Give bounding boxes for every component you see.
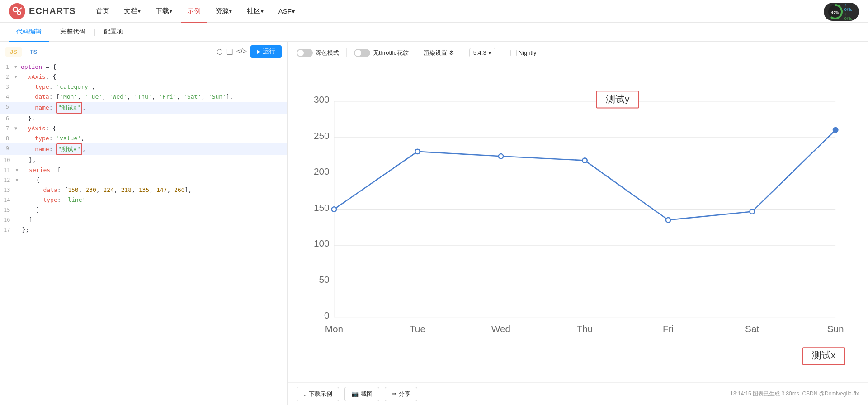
- svg-text:Sat: Sat: [745, 324, 759, 334]
- main-content: JS TS ⬡ ❑ </> ▶ 运行 1 ▼ option = {: [0, 42, 868, 405]
- dark-mode-label: 深色模式: [316, 49, 339, 57]
- top-nav: ECHARTS 首页 文档▾ 下载▾ 示例 资源▾ 社区▾ ASF▾ EN 60…: [0, 0, 868, 23]
- echarts-logo-icon: [9, 3, 25, 19]
- svg-text:250: 250: [314, 130, 330, 141]
- svg-text:300: 300: [314, 94, 330, 105]
- svg-text:Mon: Mon: [325, 324, 343, 334]
- dark-mode-toggle-group: 深色模式: [297, 49, 339, 57]
- chart-toolbar: 深色模式 无throttle花纹 渲染设置 ⚙ 5.4.3 ▾: [288, 42, 868, 64]
- run-button[interactable]: ▶ 运行: [250, 45, 282, 58]
- code-line-2: 2 ▼ xAxis: {: [0, 72, 287, 82]
- svg-text:Thu: Thu: [577, 324, 593, 334]
- chevron-down-icon: ▾: [488, 49, 491, 56]
- svg-text:Tue: Tue: [410, 324, 425, 334]
- toggle-knob: [297, 50, 304, 56]
- chart-point-sat: [750, 209, 754, 214]
- share-button[interactable]: ⇒ 分享: [385, 387, 417, 401]
- box-icon[interactable]: ❑: [226, 48, 233, 56]
- throttle-toggle[interactable]: [354, 49, 370, 57]
- cube-icon[interactable]: ⬡: [217, 48, 223, 56]
- svg-text:50: 50: [319, 274, 330, 285]
- screenshot-button[interactable]: 📷 截图: [344, 387, 379, 401]
- code-line-10: 10 },: [0, 155, 287, 165]
- toolbar-sep-1: [346, 48, 347, 57]
- code-line-9: 9 name: "测试y",: [0, 143, 287, 155]
- code-line-13: 13 data: [150, 230, 224, 218, 135, 147, …: [0, 185, 287, 195]
- tab-code-editor[interactable]: 代码编辑: [9, 23, 49, 42]
- speed-indicator: 60% ↑ 0Kls ↓ 0Kls: [824, 3, 859, 21]
- speed-values: ↑ 0Kls ↓ 0Kls: [844, 3, 855, 21]
- throttle-toggle-group: 无throttle花纹: [354, 49, 409, 57]
- camera-icon: 📷: [351, 391, 359, 397]
- gear-icon: ⚙: [449, 49, 454, 56]
- svg-text:150: 150: [314, 202, 330, 213]
- nav-examples[interactable]: 示例: [181, 0, 207, 23]
- editor-panel: JS TS ⬡ ❑ </> ▶ 运行 1 ▼ option = {: [0, 42, 288, 405]
- download-icon: ↓: [303, 391, 307, 397]
- chart-bottom: ↓ 下载示例 📷 截图 ⇒ 分享 13:14:15 图表已生成 3.80ms C…: [288, 382, 868, 405]
- nav-docs[interactable]: 文档▾: [118, 0, 147, 23]
- chart-line: [334, 130, 835, 220]
- tab-full-code[interactable]: 完整代码: [53, 23, 93, 42]
- svg-text:60%: 60%: [831, 10, 839, 14]
- svg-text:0: 0: [324, 310, 330, 320]
- render-settings[interactable]: 渲染设置 ⚙: [424, 49, 454, 57]
- x-axis-title: 测试x: [812, 350, 836, 360]
- chart-point-thu: [582, 158, 587, 162]
- chart-point-tue: [415, 149, 420, 154]
- download-button[interactable]: ↓ 下载示例: [297, 387, 339, 401]
- speed-gauge-icon: 60%: [827, 4, 843, 19]
- code-line-7: 7 ▼ yAxis: {: [0, 124, 287, 133]
- version-select[interactable]: 5.4.3 ▾: [469, 48, 495, 57]
- tab-config[interactable]: 配置项: [97, 23, 130, 42]
- code-line-8: 8 type: 'value',: [0, 133, 287, 143]
- toolbar-sep-4: [503, 48, 503, 57]
- tab-separator-1: [51, 29, 51, 36]
- nightly-checkbox-group: Nightly: [510, 49, 537, 56]
- code-line-14: 14 type: 'line': [0, 195, 287, 205]
- nav-items: 首页 文档▾ 下载▾ 示例 资源▾ 社区▾ ASF▾: [90, 0, 850, 23]
- code-area[interactable]: 1 ▼ option = { 2 ▼ xAxis: { 3 type: 'cat…: [0, 62, 287, 405]
- svg-text:Fri: Fri: [663, 324, 674, 334]
- nav-home[interactable]: 首页: [90, 0, 116, 23]
- nav-asf[interactable]: ASF▾: [272, 0, 302, 23]
- code-line-6: 6 },: [0, 114, 287, 124]
- toolbar-sep-3: [462, 48, 462, 57]
- svg-text:100: 100: [314, 238, 330, 248]
- nav-resources[interactable]: 资源▾: [209, 0, 239, 23]
- bottom-actions: ↓ 下载示例 📷 截图 ⇒ 分享: [297, 387, 417, 401]
- code-line-11: 11 ▼ series: [: [0, 165, 287, 175]
- nav-download[interactable]: 下载▾: [149, 0, 179, 23]
- play-icon: ▶: [257, 48, 261, 55]
- editor-toolbar: JS TS ⬡ ❑ </> ▶ 运行: [0, 42, 287, 62]
- chart-point-wed: [499, 154, 503, 158]
- logo-area: ECHARTS: [9, 3, 76, 19]
- nav-community[interactable]: 社区▾: [241, 0, 270, 23]
- code-line-16: 16 ]: [0, 215, 287, 225]
- svg-text:Sun: Sun: [827, 324, 844, 334]
- svg-text:Wed: Wed: [491, 324, 510, 334]
- share-icon: ⇒: [392, 391, 396, 397]
- speed-up: ↑ 0Kls: [844, 3, 855, 12]
- nightly-label: Nightly: [519, 49, 537, 56]
- ts-lang-button[interactable]: TS: [25, 47, 42, 57]
- chart-svg: 0 50 100 150 200 250 300 Mon Tue Wed Thu…: [297, 69, 859, 378]
- nightly-checkbox[interactable]: [510, 50, 517, 56]
- code-line-4: 4 data: ['Mon', 'Tue', 'Wed', 'Thu', 'Fr…: [0, 92, 287, 102]
- js-lang-button[interactable]: JS: [5, 47, 22, 57]
- code-line-12: 12 ▼ {: [0, 175, 287, 185]
- chart-area: 0 50 100 150 200 250 300 Mon Tue Wed Thu…: [288, 64, 868, 382]
- code-icon[interactable]: </>: [236, 48, 247, 56]
- logo-text: ECHARTS: [29, 6, 76, 16]
- y-axis-title: 测试y: [606, 94, 630, 104]
- throttle-label: 无throttle花纹: [373, 49, 409, 57]
- chart-panel: 深色模式 无throttle花纹 渲染设置 ⚙ 5.4.3 ▾: [288, 42, 868, 405]
- code-line-17: 17 };: [0, 225, 287, 235]
- dark-mode-toggle[interactable]: [297, 49, 313, 57]
- throttle-knob: [355, 50, 361, 56]
- second-toolbar: 代码编辑 完整代码 配置项: [0, 23, 868, 42]
- code-line-3: 3 type: 'category',: [0, 82, 287, 92]
- toolbar-sep-2: [416, 48, 416, 57]
- version-value: 5.4.3: [473, 49, 486, 56]
- bottom-info: 13:14:15 图表已生成 3.80ms CSDN @DomivegIia-f…: [730, 390, 859, 398]
